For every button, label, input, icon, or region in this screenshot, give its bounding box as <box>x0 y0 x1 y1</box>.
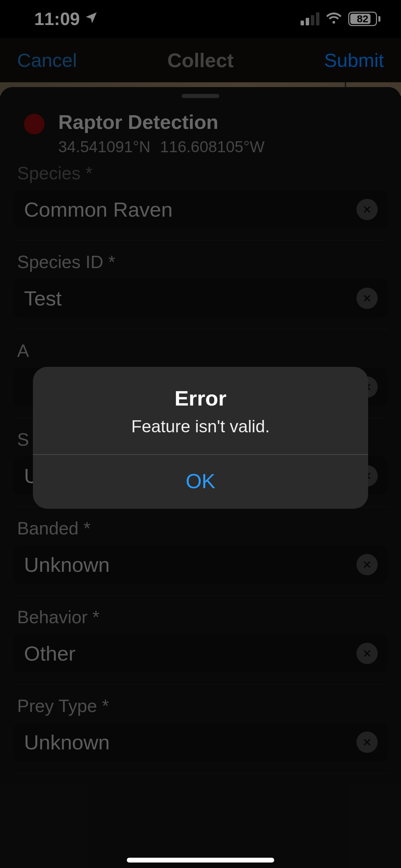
clear-button[interactable] <box>356 732 378 753</box>
battery-percent: 82 <box>349 13 376 25</box>
field-label: A <box>14 340 387 361</box>
close-icon <box>362 737 372 747</box>
field-label: Behavior * <box>14 607 387 627</box>
field-label: Species * <box>14 163 387 183</box>
latitude: 34.541091°N <box>58 137 150 156</box>
field-species: Species * Common Raven <box>14 163 387 241</box>
feature-marker-icon <box>24 114 45 134</box>
status-left: 11:09 <box>34 9 98 29</box>
prey-type-input[interactable]: Unknown <box>14 723 387 761</box>
field-label: Prey Type * <box>14 696 387 716</box>
home-indicator[interactable] <box>127 858 274 863</box>
longitude: 116.608105°W <box>160 137 265 156</box>
close-icon <box>362 204 372 215</box>
banded-input[interactable]: Unknown <box>14 545 387 584</box>
nav-bar: Cancel Collect Submit <box>0 38 401 82</box>
status-bar: 11:09 82 <box>0 0 401 38</box>
clear-button[interactable] <box>356 288 378 309</box>
field-value: Common Raven <box>24 198 173 221</box>
field-behavior: Behavior * Other <box>14 596 387 685</box>
close-icon <box>362 293 372 303</box>
species-id-input[interactable]: Test <box>14 279 387 317</box>
wifi-icon <box>326 10 342 27</box>
close-icon <box>362 559 372 570</box>
field-species-id: Species ID * Test <box>14 241 387 329</box>
page-title: Collect <box>167 49 233 72</box>
sheet-coords: 34.541091°N 116.608105°W <box>58 137 265 156</box>
species-input[interactable]: Common Raven <box>14 190 387 229</box>
field-banded: Banded * Unknown <box>14 507 387 596</box>
field-label: Species ID * <box>14 252 387 272</box>
field-prey-type: Prey Type * Unknown <box>14 685 387 773</box>
alert-title: Error <box>47 386 354 410</box>
status-time: 11:09 <box>34 9 80 29</box>
clear-button[interactable] <box>356 643 378 664</box>
behavior-input[interactable]: Other <box>14 634 387 673</box>
error-alert: Error Feature isn't valid. OK <box>33 367 368 509</box>
field-label: Banded * <box>14 518 387 539</box>
field-value: Unknown <box>24 553 110 577</box>
sheet-title: Raptor Detection <box>58 110 265 133</box>
location-arrow-icon <box>85 8 98 28</box>
sheet-grabber[interactable] <box>182 94 219 98</box>
alert-message: Feature isn't valid. <box>47 417 354 436</box>
clear-button[interactable] <box>356 554 378 575</box>
submit-button[interactable]: Submit <box>324 49 384 71</box>
status-right: 82 <box>301 10 380 27</box>
field-value: Test <box>24 287 62 310</box>
battery-icon: 82 <box>348 12 380 26</box>
alert-ok-button[interactable]: OK <box>33 455 368 509</box>
cellular-signal-icon <box>301 12 319 25</box>
cancel-button[interactable]: Cancel <box>17 49 77 71</box>
sheet-header: Raptor Detection 34.541091°N 116.608105°… <box>0 107 401 163</box>
close-icon <box>362 648 372 659</box>
field-value: Unknown <box>24 731 110 754</box>
field-value: Other <box>24 642 75 665</box>
clear-button[interactable] <box>356 199 378 220</box>
